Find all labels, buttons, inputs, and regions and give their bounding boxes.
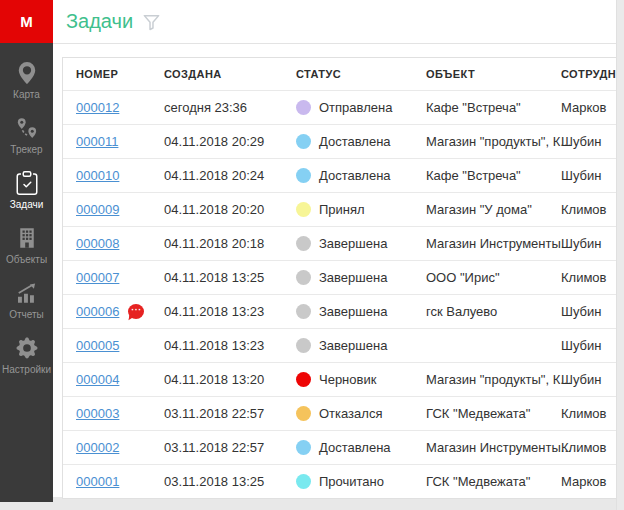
status-label: Принял [319, 202, 365, 217]
status-label: Прочитано [319, 474, 384, 489]
app-window: M Карта Трекер [0, 0, 624, 510]
task-number-link[interactable]: 000006 [76, 304, 119, 319]
table-row[interactable]: 000009 ··· 04.11.2018 20:20 Принял Магаз… [63, 192, 624, 226]
created-cell: 04.11.2018 13:23 [164, 338, 296, 353]
map-pin-icon [14, 60, 40, 86]
employee-cell: Шубин [561, 168, 624, 183]
employee-cell: Марков [561, 474, 624, 489]
sidebar-item-label: Задачи [10, 199, 44, 210]
building-icon [14, 225, 40, 251]
task-number-link[interactable]: 000004 [76, 372, 119, 387]
page-title: Задачи [66, 10, 133, 33]
status-dot [296, 304, 311, 319]
status-label: Доставлена [319, 168, 391, 183]
table-row[interactable]: 000010 ··· 04.11.2018 20:24 Доставлена К… [63, 158, 624, 192]
table-row[interactable]: 000012 ··· сегодня 23:36 Отправлена Кафе… [63, 90, 624, 124]
status-label: Черновик [319, 372, 376, 387]
funnel-icon [142, 13, 161, 32]
sidebar-item-settings[interactable]: Настройки [0, 327, 53, 382]
task-number-link[interactable]: 000008 [76, 236, 119, 251]
employee-cell: Климов [561, 440, 624, 455]
status-cell: Черновик [296, 372, 426, 387]
sidebar-item-label: Отчеты [9, 309, 44, 320]
task-number-link[interactable]: 000003 [76, 406, 119, 421]
column-header-employee: СОТРУДНИК [561, 68, 624, 80]
task-number-link[interactable]: 000009 [76, 202, 119, 217]
table-header-row: НОМЕР СОЗДАНА СТАТУС ОБЪЕКТ СОТРУДНИК [63, 58, 624, 90]
status-dot [296, 338, 311, 353]
status-dot [296, 440, 311, 455]
task-number-link[interactable]: 000005 [76, 338, 119, 353]
table-row[interactable]: 000002 ··· 03.11.2018 22:57 Доставлена М… [63, 430, 624, 464]
object-cell: Магазин Инструменты... [426, 440, 561, 455]
task-number-link[interactable]: 000002 [76, 440, 119, 455]
object-cell: Кафе "Встреча" [426, 168, 561, 183]
created-cell: 04.11.2018 13:25 [164, 270, 296, 285]
filter-button[interactable] [142, 13, 161, 32]
object-cell: ГСК "Медвежата" [426, 474, 561, 489]
status-cell: Завершена [296, 270, 426, 285]
sidebar: M Карта Трекер [0, 0, 53, 502]
task-number-link[interactable]: 000010 [76, 168, 119, 183]
app-logo[interactable]: M [0, 0, 53, 43]
number-cell: 000011 ··· [76, 134, 164, 149]
status-cell: Доставлена [296, 168, 426, 183]
employee-cell: Климов [561, 406, 624, 421]
table-row[interactable]: 000011 ··· 04.11.2018 20:29 Доставлена М… [63, 124, 624, 158]
sidebar-item-objects[interactable]: Объекты [0, 217, 53, 272]
employee-cell: Шубин [561, 134, 624, 149]
task-number-link[interactable]: 000012 [76, 100, 119, 115]
number-cell: 000008 ··· [76, 236, 164, 251]
status-dot [296, 474, 311, 489]
sidebar-item-label: Настройки [2, 364, 51, 375]
created-cell: 04.11.2018 20:18 [164, 236, 296, 251]
chart-icon [14, 280, 40, 306]
status-dot [296, 270, 311, 285]
employee-cell: Шубин [561, 236, 624, 251]
sidebar-item-tracker[interactable]: Трекер [0, 107, 53, 162]
status-cell: Отказался [296, 406, 426, 421]
status-cell: Доставлена [296, 134, 426, 149]
sidebar-item-reports[interactable]: Отчеты [0, 272, 53, 327]
status-label: Завершена [319, 270, 387, 285]
status-label: Завершена [319, 236, 387, 251]
table-row[interactable]: 000006 ··· 04.11.2018 13:23 Завершена гс… [63, 294, 624, 328]
sidebar-item-map[interactable]: Карта [0, 52, 53, 107]
column-header-number: НОМЕР [76, 68, 164, 80]
status-dot [296, 134, 311, 149]
route-icon [14, 115, 40, 141]
page-header: Задачи [53, 0, 617, 44]
status-label: Завершена [319, 304, 387, 319]
comment-icon[interactable]: ··· [128, 304, 144, 319]
column-header-object: ОБЪЕКТ [426, 68, 561, 80]
task-number-link[interactable]: 000007 [76, 270, 119, 285]
employee-cell: Шубин [561, 304, 624, 319]
task-number-link[interactable]: 000001 [76, 474, 119, 489]
created-cell: 04.11.2018 20:24 [164, 168, 296, 183]
created-cell: 03.11.2018 22:57 [164, 406, 296, 421]
object-cell: ООО "Ирис" [426, 270, 561, 285]
table-row[interactable]: 000008 ··· 04.11.2018 20:18 Завершена Ма… [63, 226, 624, 260]
created-cell: 04.11.2018 20:29 [164, 134, 296, 149]
status-dot [296, 202, 311, 217]
sidebar-item-label: Объекты [6, 254, 47, 265]
table-row[interactable]: 000004 ··· 04.11.2018 13:20 Черновик Маг… [63, 362, 624, 396]
gear-icon [14, 335, 40, 361]
table-row[interactable]: 000003 ··· 03.11.2018 22:57 Отказался ГС… [63, 396, 624, 430]
number-cell: 000007 ··· [76, 270, 164, 285]
created-cell: 03.11.2018 13:25 [164, 474, 296, 489]
sidebar-item-label: Карта [13, 89, 40, 100]
status-label: Отправлена [319, 100, 392, 115]
table-row[interactable]: 000007 ··· 04.11.2018 13:25 Завершена ОО… [63, 260, 624, 294]
table-row[interactable]: 000005 ··· 04.11.2018 13:23 Завершена Шу… [63, 328, 624, 362]
status-cell: Доставлена [296, 440, 426, 455]
employee-cell: Марков [561, 100, 624, 115]
object-cell: Магазин "продукты", К... [426, 134, 561, 149]
number-cell: 000012 ··· [76, 100, 164, 115]
task-number-link[interactable]: 000011 [76, 134, 118, 149]
status-cell: Прочитано [296, 474, 426, 489]
table-row[interactable]: 000001 ··· 03.11.2018 13:25 Прочитано ГС… [63, 464, 624, 498]
sidebar-item-tasks[interactable]: Задачи [0, 162, 53, 217]
status-cell: Завершена [296, 304, 426, 319]
created-cell: 03.11.2018 22:57 [164, 440, 296, 455]
